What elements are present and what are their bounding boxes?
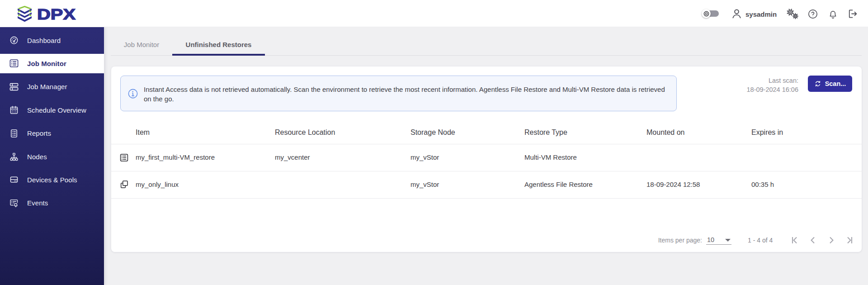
svg-text:DPX: DPX <box>37 6 75 23</box>
